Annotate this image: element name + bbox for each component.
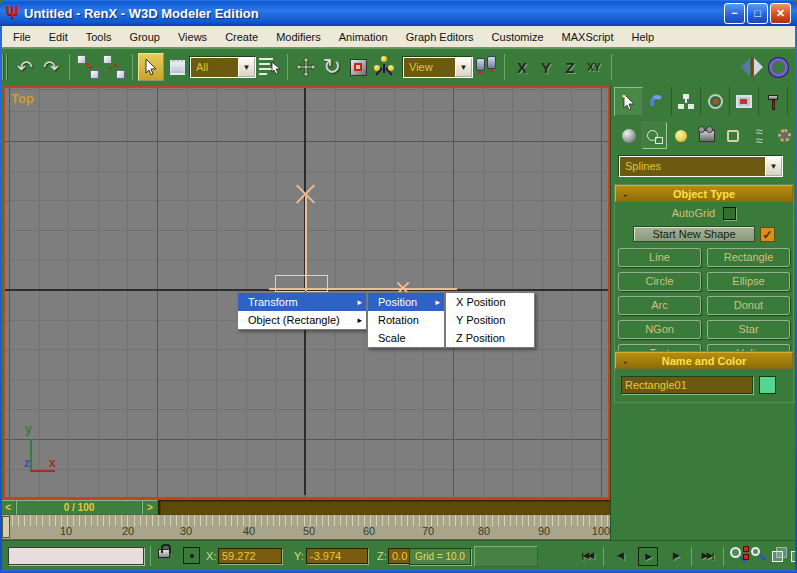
menu-file[interactable]: File: [4, 28, 40, 46]
star-button[interactable]: Star: [707, 320, 790, 339]
modify-tab[interactable]: [643, 87, 672, 116]
object-type-rollout-header[interactable]: - Object Type: [615, 185, 793, 202]
line-button[interactable]: Line: [618, 248, 701, 267]
autogrid-checkbox[interactable]: [723, 207, 736, 220]
align-icon[interactable]: [765, 53, 791, 81]
shape-category-dropdown[interactable]: Splines ▼: [619, 156, 783, 177]
go-to-start-button[interactable]: |◀◀: [575, 547, 600, 566]
selection-lock-icon[interactable]: [158, 549, 170, 558]
timeline-ruler[interactable]: 10 20 30 40 50 60 70 80 90 100 0: [0, 515, 610, 540]
previous-frame-button[interactable]: ◀|: [608, 547, 633, 566]
restrict-y-button[interactable]: Y: [534, 59, 558, 76]
select-and-rotate-icon[interactable]: ↻: [319, 53, 345, 81]
use-pivot-point-icon[interactable]: [473, 53, 499, 81]
select-object-icon[interactable]: [138, 53, 164, 81]
object-color-swatch[interactable]: [759, 376, 776, 394]
restrict-z-button[interactable]: Z: [558, 59, 582, 76]
menu-item-scale[interactable]: Scale: [368, 329, 444, 347]
select-by-name-icon[interactable]: [256, 53, 282, 81]
x-coordinate-field[interactable]: 59.272: [218, 548, 282, 564]
rectangle-button[interactable]: Rectangle: [707, 248, 790, 267]
collapse-icon[interactable]: -: [616, 355, 634, 367]
start-new-shape-button[interactable]: Start New Shape: [633, 226, 755, 242]
unlink-selection-icon[interactable]: [101, 53, 127, 81]
menu-item-transform[interactable]: Transform ▸: [238, 293, 366, 311]
menu-item-position[interactable]: Position ▸: [368, 293, 444, 311]
menu-customize[interactable]: Customize: [483, 28, 553, 46]
time-slider[interactable]: 0 / 100: [16, 500, 142, 515]
select-and-scale-icon[interactable]: [345, 53, 371, 81]
next-frame-button[interactable]: |▶: [663, 547, 688, 566]
time-next-button[interactable]: >: [142, 500, 158, 515]
autogrid-label: AutoGrid: [672, 207, 715, 219]
animate-button[interactable]: [474, 546, 538, 567]
menu-edit[interactable]: Edit: [40, 28, 77, 46]
rectangular-selection-region-icon[interactable]: [164, 53, 190, 81]
menu-item-x-position[interactable]: X Position: [446, 293, 534, 311]
create-tab[interactable]: [614, 87, 643, 116]
select-and-move-icon[interactable]: [293, 53, 319, 81]
track-bar[interactable]: [158, 500, 610, 515]
ngon-button[interactable]: NGon: [618, 320, 701, 339]
hierarchy-tab[interactable]: [672, 87, 701, 116]
play-button[interactable]: ▶: [638, 547, 658, 566]
menu-views[interactable]: Views: [169, 28, 216, 46]
redo-icon[interactable]: ↷: [38, 53, 64, 81]
viewport-label[interactable]: Top: [11, 91, 34, 106]
menu-animation[interactable]: Animation: [330, 28, 397, 46]
dropdown-arrow-icon[interactable]: ▼: [455, 58, 472, 77]
menu-tools[interactable]: Tools: [77, 28, 121, 46]
select-and-manipulate-icon[interactable]: [371, 53, 397, 81]
systems-category-icon[interactable]: [772, 122, 797, 149]
go-to-end-button[interactable]: ▶▶|: [695, 547, 720, 566]
menu-graph-editors[interactable]: Graph Editors: [397, 28, 483, 46]
close-button[interactable]: ✕: [770, 3, 791, 24]
collapse-icon[interactable]: -: [616, 188, 634, 200]
menu-item-z-position[interactable]: Z Position: [446, 329, 534, 347]
mirror-icon[interactable]: [739, 53, 765, 81]
toolbar-grip[interactable]: [2, 54, 8, 80]
donut-button[interactable]: Donut: [707, 296, 790, 315]
time-prev-button[interactable]: <: [0, 500, 16, 515]
selection-filter-dropdown[interactable]: All ▼: [190, 57, 256, 78]
reference-coordinate-dropdown[interactable]: View ▼: [403, 57, 473, 78]
frame-slider-handle[interactable]: [2, 516, 10, 538]
y-coordinate-field[interactable]: -3.974: [306, 548, 368, 564]
circle-button[interactable]: Circle: [618, 272, 701, 291]
restrict-xy-plane-button[interactable]: XY: [582, 62, 606, 73]
title-bar[interactable]: Ψ Untitled - RenX - W3D Modeler Edition …: [0, 0, 797, 26]
cameras-category-icon[interactable]: [694, 122, 719, 149]
menu-item-y-position[interactable]: Y Position: [446, 311, 534, 329]
ellipse-button[interactable]: Ellipse: [707, 272, 790, 291]
menu-maxscript[interactable]: MAXScript: [553, 28, 623, 46]
dropdown-arrow-icon[interactable]: ▼: [238, 58, 255, 77]
menu-group[interactable]: Group: [120, 28, 169, 46]
geometry-category-icon[interactable]: [616, 122, 641, 149]
absolute-mode-icon[interactable]: [183, 547, 200, 564]
maximize-button[interactable]: □: [747, 3, 768, 24]
grid-size-readout: Grid = 10.0: [409, 548, 471, 565]
lights-category-icon[interactable]: [668, 122, 693, 149]
undo-icon[interactable]: ↶: [12, 53, 38, 81]
utilities-tab[interactable]: [759, 87, 788, 116]
menu-item-rotation[interactable]: Rotation: [368, 311, 444, 329]
menu-create[interactable]: Create: [216, 28, 267, 46]
shapes-category-icon[interactable]: [642, 122, 667, 149]
object-name-field[interactable]: [621, 376, 753, 394]
minimize-button[interactable]: −: [724, 3, 745, 24]
dropdown-arrow-icon[interactable]: ▼: [765, 157, 782, 176]
select-and-link-icon[interactable]: [75, 53, 101, 81]
display-tab[interactable]: [730, 87, 759, 116]
start-new-shape-checkbox[interactable]: ✓: [760, 227, 775, 242]
space-warps-category-icon[interactable]: ≈≈: [746, 122, 771, 149]
zoom-extents-icon[interactable]: [771, 547, 789, 565]
helpers-category-icon[interactable]: [720, 122, 745, 149]
motion-tab[interactable]: [701, 87, 730, 116]
menu-modifiers[interactable]: Modifiers: [267, 28, 330, 46]
prompt-line-field[interactable]: [8, 547, 144, 565]
menu-help[interactable]: Help: [623, 28, 664, 46]
menu-item-object-rectangle[interactable]: Object (Rectangle) ▸: [238, 311, 366, 329]
name-color-rollout-header[interactable]: - Name and Color: [615, 352, 793, 369]
restrict-x-button[interactable]: X: [510, 59, 534, 76]
arc-button[interactable]: Arc: [618, 296, 701, 315]
